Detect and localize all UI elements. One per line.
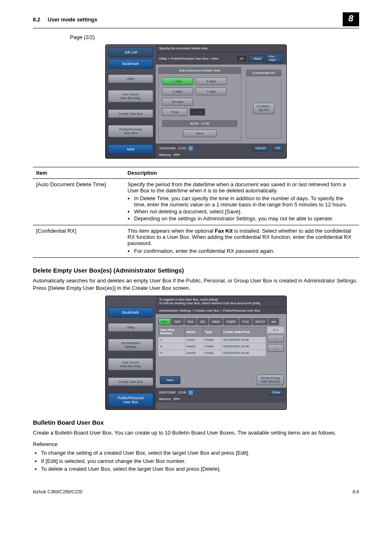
instruction-text: To register a new User Box, touch [New].… [156,296,286,307]
memory-label: Memory [159,153,171,157]
sidebar-utility[interactable]: Utility [108,323,153,332]
tab-jkl[interactable]: JKL [197,318,209,325]
memory-percent: 99% [173,397,180,401]
ref-bullet: To change the setting of a created User … [41,449,359,457]
sidebar-utility[interactable]: Utility [108,74,153,83]
alpha-tabs: ABC DEF GHI JKL MNO PQRS TUV WXYZ etc [158,318,284,325]
memory-percent: 99% [173,153,180,157]
scroll-down-button[interactable]: ↓ [267,344,284,352]
sidebar-onetouch[interactable]: One-Touch/ User Box Reg. [108,358,153,370]
memory-icon [189,146,193,150]
ok-button[interactable]: OK [272,145,283,151]
time-value: -- : -- [190,109,205,116]
tab-def[interactable]: DEF [171,318,184,325]
tab-wxyz[interactable]: WXYZ [253,318,268,325]
ref-bullet: To delete a created User Box, select the… [41,465,359,473]
table-row[interactable]: 3box02Public02/25/2009 18:48 [159,343,266,350]
row2-bullet: For confirmation, enter the confidential… [134,248,356,254]
reference-list: To change the setting of a created User … [33,449,359,473]
scroll-up-button[interactable]: ↑ [267,335,284,342]
delete-empty-button[interactable]: Delete Empty User Box(es) [257,375,284,385]
tab-abc[interactable]: ABC [158,318,171,325]
row1-bullet: In Delete Time, you can specify the time… [134,195,356,208]
row1-desc: Specify the period from the date/time wh… [124,179,359,225]
chapter-tab: 8 [343,12,359,26]
cancel-button[interactable]: Cancel [253,145,269,151]
sidebar-new[interactable]: New [108,144,153,154]
back-button[interactable]: ←Back [248,56,265,62]
page-counter: 2/2 [237,56,247,61]
row1-bullet: Depending on the settings in Administrat… [134,215,356,222]
sidebar-onetouch[interactable]: One-Touch/ User Box Reg. [108,90,153,102]
breadcrumb: Utility > Public/Personal User Box > New [159,57,219,60]
heading-delete-empty: Delete Empty User Box(es) (Administrator… [33,267,359,274]
arrow-down-icon: ↓ [108,388,153,391]
heading-bulletin: Bulletin Board User Box [33,419,359,426]
arrow-down-icon: ↓ [108,139,153,143]
col-number[interactable]: User Box Number [159,327,185,337]
sidebar-admin[interactable]: Administrator Settings [108,339,153,351]
tab-tuv[interactable]: TUV [240,318,252,325]
arrow-down-icon: ↓ [108,372,153,376]
status-time: 15:26 [178,391,186,394]
row2-item: [Confidential RX] [33,225,124,258]
option-30days[interactable]: 30 days [162,98,193,106]
confidential-rx-button[interactable]: Confiden- tial RX [253,103,275,114]
sidebar-create-box[interactable]: Create User Box [108,377,153,386]
footer-model: bizhub C360/C280/C220 [33,489,82,494]
memory-icon [189,391,193,395]
table-row[interactable]: 1box01Public02/23/2009 19:06 [159,337,266,343]
arrow-down-icon: ↓ [108,85,153,88]
col-date[interactable]: Create Date/Time [221,327,266,337]
ref-bullet: If [Edit] is selected, you cannot change… [41,458,359,465]
row1-bullet: When not deleting a document, select [Sa… [134,208,356,215]
screenshot-auto-delete: Job List Bookmark Utility ↓ One-Touch/ U… [105,44,287,159]
col-description: Description [124,167,359,179]
list-page: 1/ 1 [267,327,284,333]
section-number: 8.2 [33,16,40,23]
option-2days[interactable]: 2 days [196,77,227,85]
sidebar-public-personal[interactable]: Public/Personal User Box [108,393,153,407]
page-header: 8.2 User mode settings 8 [33,12,359,28]
footer-page: 8-6 [353,489,359,494]
para-delete-empty: Automatically searches for and deletes a… [33,277,359,291]
option-time[interactable]: Time [162,108,187,116]
page-indicator: Page (2/2) [70,34,359,40]
option-7days[interactable]: 7 days [196,88,227,95]
forward-button[interactable]: For- ward → [266,54,283,63]
bookmark-tab[interactable]: Bookmark [108,308,153,317]
close-button[interactable]: Close [269,389,283,395]
table-row[interactable]: 4box03Public02/25/2009 18:48 [159,350,266,356]
option-1day[interactable]: 1 day [162,77,193,85]
row2-desc: This item appears when the optional Fax … [124,225,359,258]
reference-label: Reference [33,441,359,448]
status-time: 11:22 [178,146,186,150]
breadcrumb: Administrator Settings > Create User Box… [159,309,260,312]
option-3days[interactable]: 3 days [162,88,193,95]
instruction-text: Specify the document delete time. [156,45,286,52]
tab-auto-delete[interactable]: Auto Document Delete Time [158,67,241,74]
col-type[interactable]: Type [203,327,221,337]
job-list-tab[interactable]: Job List [108,47,153,57]
col-name[interactable]: Name [185,327,203,337]
arrow-down-icon: ↓ [108,353,153,356]
row1-item: [Auto Document Delete Time] [33,179,124,225]
user-box-grid: User Box Number Name Type Create Date/Ti… [158,327,266,356]
save-button[interactable]: Save [183,130,217,137]
para-bulletin: Create a Bulletin Board User Box. You ca… [33,429,359,437]
arrow-down-icon: ↓ [108,333,153,337]
tab-pqrs[interactable]: PQRS [224,318,239,325]
sidebar-public-personal[interactable]: Public/Personal User Box [108,125,153,137]
tab-ghi[interactable]: GHI [184,318,196,325]
sidebar-create-box[interactable]: Create User Box [108,109,153,118]
tab-mno[interactable]: MNO [209,318,223,325]
description-table: ItemDescription [Auto Document Delete Ti… [33,167,359,258]
tab-confidential-rx[interactable]: Confidential RX [246,69,281,76]
new-button[interactable]: New [160,376,180,384]
tab-etc[interactable]: etc [269,318,279,325]
arrow-down-icon: ↓ [108,104,153,108]
screenshot-user-box-list: Bookmark Utility ↓ Administrator Setting… [105,296,287,410]
bookmark-tab[interactable]: Bookmark [108,59,153,69]
page-footer: bizhub C360/C280/C220 8-6 [33,489,359,494]
time-range: 00:05 - 12:00 [162,120,238,127]
